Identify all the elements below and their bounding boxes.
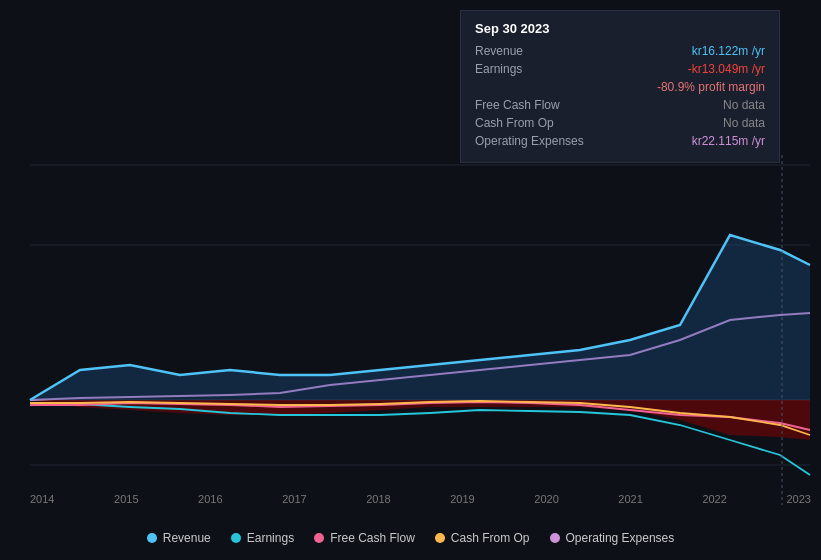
legend-label-earnings: Earnings bbox=[247, 531, 294, 545]
legend-fcf[interactable]: Free Cash Flow bbox=[314, 531, 415, 545]
x-label-2015: 2015 bbox=[114, 493, 138, 505]
legend-label-revenue: Revenue bbox=[163, 531, 211, 545]
legend-opex[interactable]: Operating Expenses bbox=[550, 531, 675, 545]
x-axis: 2014 2015 2016 2017 2018 2019 2020 2021 … bbox=[30, 493, 811, 505]
legend-dot-cashfromop bbox=[435, 533, 445, 543]
tooltip-row-cashfromop: Cash From Op No data bbox=[475, 116, 765, 130]
x-label-2023: 2023 bbox=[786, 493, 810, 505]
chart-container: Sep 30 2023 Revenue kr16.122m /yr Earnin… bbox=[0, 0, 821, 560]
x-label-2017: 2017 bbox=[282, 493, 306, 505]
legend-dot-opex bbox=[550, 533, 560, 543]
tooltip-date: Sep 30 2023 bbox=[475, 21, 765, 36]
legend-revenue[interactable]: Revenue bbox=[147, 531, 211, 545]
tooltip-value-profit-margin: -80.9% profit margin bbox=[657, 80, 765, 94]
tooltip-row-revenue: Revenue kr16.122m /yr bbox=[475, 44, 765, 58]
tooltip-value-fcf: No data bbox=[723, 98, 765, 112]
tooltip-label-cashfromop: Cash From Op bbox=[475, 116, 605, 130]
x-label-2021: 2021 bbox=[618, 493, 642, 505]
legend-label-cashfromop: Cash From Op bbox=[451, 531, 530, 545]
tooltip-label-opex: Operating Expenses bbox=[475, 134, 605, 148]
legend-dot-earnings bbox=[231, 533, 241, 543]
legend-label-fcf: Free Cash Flow bbox=[330, 531, 415, 545]
tooltip-value-cashfromop: No data bbox=[723, 116, 765, 130]
x-label-2018: 2018 bbox=[366, 493, 390, 505]
tooltip-row-earnings: Earnings -kr13.049m /yr bbox=[475, 62, 765, 76]
legend-label-opex: Operating Expenses bbox=[566, 531, 675, 545]
tooltip-row-profit-margin: -80.9% profit margin bbox=[475, 80, 765, 94]
tooltip-row-opex: Operating Expenses kr22.115m /yr bbox=[475, 134, 765, 148]
tooltip-box: Sep 30 2023 Revenue kr16.122m /yr Earnin… bbox=[460, 10, 780, 163]
tooltip-row-fcf: Free Cash Flow No data bbox=[475, 98, 765, 112]
x-label-2022: 2022 bbox=[702, 493, 726, 505]
chart-legend: Revenue Earnings Free Cash Flow Cash Fro… bbox=[0, 531, 821, 545]
x-label-2020: 2020 bbox=[534, 493, 558, 505]
tooltip-value-opex: kr22.115m /yr bbox=[692, 134, 765, 148]
chart-svg bbox=[0, 155, 821, 505]
legend-earnings[interactable]: Earnings bbox=[231, 531, 294, 545]
tooltip-label-revenue: Revenue bbox=[475, 44, 605, 58]
tooltip-value-revenue: kr16.122m /yr bbox=[692, 44, 765, 58]
x-label-2016: 2016 bbox=[198, 493, 222, 505]
legend-cashfromop[interactable]: Cash From Op bbox=[435, 531, 530, 545]
tooltip-value-earnings: -kr13.049m /yr bbox=[688, 62, 765, 76]
legend-dot-revenue bbox=[147, 533, 157, 543]
x-label-2014: 2014 bbox=[30, 493, 54, 505]
x-label-2019: 2019 bbox=[450, 493, 474, 505]
tooltip-label-earnings: Earnings bbox=[475, 62, 605, 76]
tooltip-label-fcf: Free Cash Flow bbox=[475, 98, 605, 112]
legend-dot-fcf bbox=[314, 533, 324, 543]
